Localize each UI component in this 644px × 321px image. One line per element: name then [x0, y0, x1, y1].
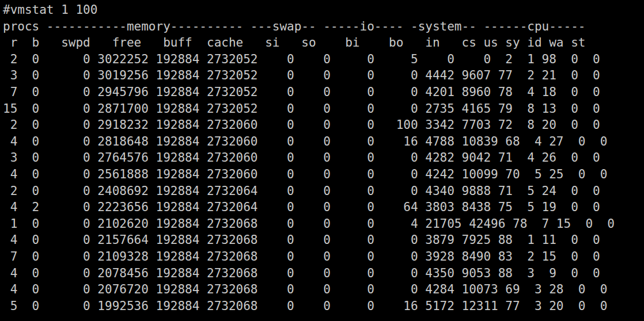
vmstat-command: #vmstat 1 100	[3, 2, 644, 18]
vmstat-row: 4 0 0 2078456 192884 2732068 0 0 0 0 435…	[3, 265, 644, 282]
vmstat-group-header: procs -----------memory---------- ---swa…	[3, 18, 644, 35]
vmstat-row: 15 0 0 2871700 192884 2732052 0 0 0 0 27…	[3, 101, 644, 117]
vmstat-row: 4 0 0 2076720 192884 2732068 0 0 0 0 428…	[3, 281, 644, 298]
vmstat-row: 3 0 0 3019256 192884 2732052 0 0 0 0 444…	[3, 67, 644, 84]
vmstat-rows: 2 0 0 3022252 192884 2732052 0 0 0 5 0 0…	[3, 51, 644, 315]
vmstat-column-header: r b swpd free buff cache si so bi bo in …	[3, 35, 644, 51]
vmstat-row: 1 0 0 2102620 192884 2732068 0 0 0 4 217…	[3, 216, 644, 232]
vmstat-row: 7 0 0 2945796 192884 2732052 0 0 0 0 420…	[3, 84, 644, 101]
vmstat-row: 4 0 0 2561888 192884 2732060 0 0 0 0 424…	[3, 166, 644, 183]
vmstat-row: 7 0 0 2109328 192884 2732068 0 0 0 0 392…	[3, 249, 644, 265]
vmstat-row: 4 0 0 2818648 192884 2732060 0 0 0 16 47…	[3, 133, 644, 150]
vmstat-row: 2 0 0 2918232 192884 2732060 0 0 0 100 3…	[3, 117, 644, 133]
vmstat-row: 3 0 0 2764576 192884 2732060 0 0 0 0 428…	[3, 150, 644, 166]
vmstat-row: 5 0 0 1992536 192884 2732068 0 0 0 16 51…	[3, 298, 644, 315]
vmstat-row: 4 2 0 2223656 192884 2732064 0 0 0 64 38…	[3, 199, 644, 216]
vmstat-row: 4 0 0 2157664 192884 2732068 0 0 0 0 387…	[3, 232, 644, 249]
terminal-window: #vmstat 1 100 procs -----------memory---…	[0, 0, 644, 321]
vmstat-row: 2 0 0 3022252 192884 2732052 0 0 0 5 0 0…	[3, 51, 644, 68]
vmstat-row: 2 0 0 2408692 192884 2732064 0 0 0 0 434…	[3, 183, 644, 200]
